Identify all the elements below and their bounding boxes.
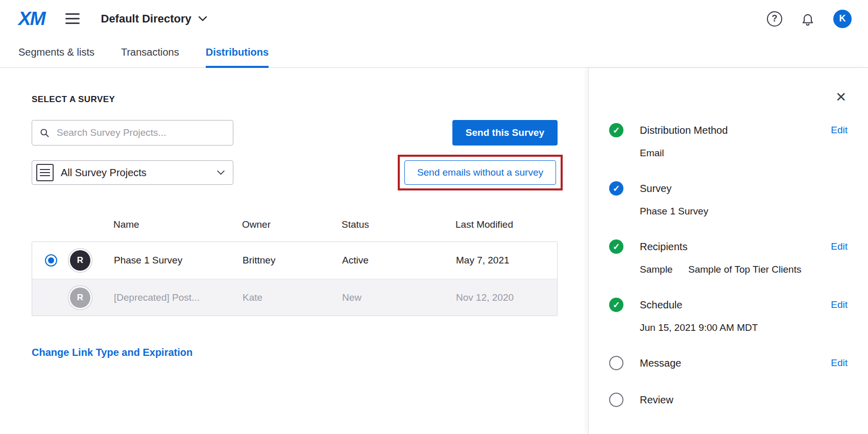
- notifications-button[interactable]: [801, 12, 815, 26]
- change-link-type-link[interactable]: Change Link Type and Expiration: [32, 347, 192, 358]
- step-label: Schedule: [640, 299, 682, 311]
- user-avatar[interactable]: K: [833, 10, 852, 28]
- step-message: Message Edit: [609, 356, 848, 370]
- recipients-type: Sample: [640, 264, 688, 275]
- step-recipients: Recipients Edit Sample Sample of Top Tie…: [609, 239, 848, 275]
- step-distribution-method: Distribution Method Edit Email: [609, 123, 848, 159]
- cell-last-modified: Nov 12, 2020: [456, 292, 557, 303]
- cell-owner: Brittney: [243, 255, 342, 266]
- cell-name: Phase 1 Survey: [114, 255, 243, 266]
- annotation-highlight: Send emails without a survey: [398, 155, 563, 190]
- edit-recipients-link[interactable]: Edit: [831, 241, 848, 252]
- table-header: Name Owner Status Last Modified: [32, 215, 558, 234]
- cell-name: [Deprecated] Post...: [114, 292, 243, 303]
- table-row-deprecated[interactable]: R [Deprecated] Post... Kate New Nov 12, …: [32, 279, 557, 316]
- tab-bar: Segments & lists Transactions Distributi…: [0, 37, 868, 68]
- step-survey: Survey Phase 1 Survey: [609, 181, 848, 217]
- search-icon: [39, 127, 50, 138]
- step-label: Review: [640, 394, 673, 406]
- avatar-initial: K: [839, 13, 846, 24]
- top-header: XM Default Directory ? K: [0, 0, 868, 37]
- close-icon[interactable]: ✕: [835, 90, 847, 104]
- project-filter-dropdown[interactable]: All Survey Projects: [32, 160, 233, 185]
- step-detail: Jun 15, 2021 9:00 AM MDT: [640, 322, 848, 333]
- tab-transactions[interactable]: Transactions: [121, 37, 179, 67]
- directory-selector[interactable]: Default Directory: [101, 12, 207, 26]
- cell-status: Active: [342, 255, 456, 266]
- chevron-down-icon: [217, 171, 225, 175]
- check-circle-icon: [609, 181, 623, 196]
- column-header-name: Name: [113, 219, 242, 230]
- step-schedule: Schedule Edit Jun 15, 2021 9:00 AM MDT: [609, 298, 848, 333]
- xm-logo: XM: [18, 8, 45, 30]
- table-row-phase-1-survey[interactable]: R Phase 1 Survey Brittney Active May 7, …: [32, 242, 557, 279]
- tab-segments-lists[interactable]: Segments & lists: [18, 37, 94, 67]
- step-label: Message: [640, 357, 681, 369]
- list-icon: [36, 164, 54, 181]
- recipients-sample-name: Sample of Top Tier Clients: [688, 264, 801, 275]
- step-review: Review: [609, 393, 848, 407]
- survey-table: Name Owner Status Last Modified R Phase …: [32, 215, 558, 316]
- distribution-side-panel: ✕ Distribution Method Edit Email Survey …: [588, 68, 868, 434]
- search-input[interactable]: [56, 127, 226, 139]
- cell-owner: Kate: [243, 292, 342, 303]
- directory-label: Default Directory: [101, 12, 191, 26]
- send-this-survey-button[interactable]: Send this Survey: [452, 120, 558, 146]
- hamburger-menu-icon[interactable]: [65, 13, 80, 24]
- edit-schedule-link[interactable]: Edit: [831, 299, 848, 310]
- chevron-down-icon: [199, 16, 207, 21]
- check-circle-icon: [609, 123, 623, 137]
- survey-avatar: R: [70, 287, 90, 308]
- column-header-owner: Owner: [242, 219, 342, 230]
- survey-avatar: R: [70, 250, 90, 271]
- section-title: SELECT A SURVEY: [32, 94, 558, 105]
- edit-message-link[interactable]: Edit: [831, 357, 848, 369]
- step-label: Recipients: [640, 241, 687, 253]
- search-box: [32, 120, 233, 146]
- send-emails-without-survey-button[interactable]: Send emails without a survey: [404, 160, 556, 185]
- step-detail: Phase 1 Survey: [640, 206, 848, 217]
- column-header-status: Status: [342, 219, 455, 230]
- column-header-last-modified: Last Modified: [455, 219, 558, 230]
- cell-status: New: [342, 292, 456, 303]
- help-icon: ?: [772, 13, 778, 24]
- step-detail: Sample Sample of Top Tier Clients: [640, 264, 848, 275]
- main-content: SELECT A SURVEY Send this Survey All Sur…: [0, 68, 588, 434]
- edit-distribution-method-link[interactable]: Edit: [831, 125, 848, 136]
- help-button[interactable]: ?: [767, 11, 782, 27]
- tab-distributions[interactable]: Distributions: [206, 37, 269, 67]
- empty-circle-icon: [609, 356, 623, 370]
- empty-circle-icon: [609, 393, 623, 407]
- cell-last-modified: May 7, 2021: [456, 255, 557, 266]
- bell-icon: [801, 12, 815, 26]
- step-label: Distribution Method: [640, 125, 728, 136]
- step-label: Survey: [640, 183, 671, 195]
- check-circle-icon: [609, 298, 623, 312]
- radio-selected[interactable]: [45, 254, 57, 267]
- check-circle-icon: [609, 239, 623, 254]
- step-detail: Email: [640, 148, 848, 159]
- dropdown-selected-value: All Survey Projects: [61, 167, 210, 179]
